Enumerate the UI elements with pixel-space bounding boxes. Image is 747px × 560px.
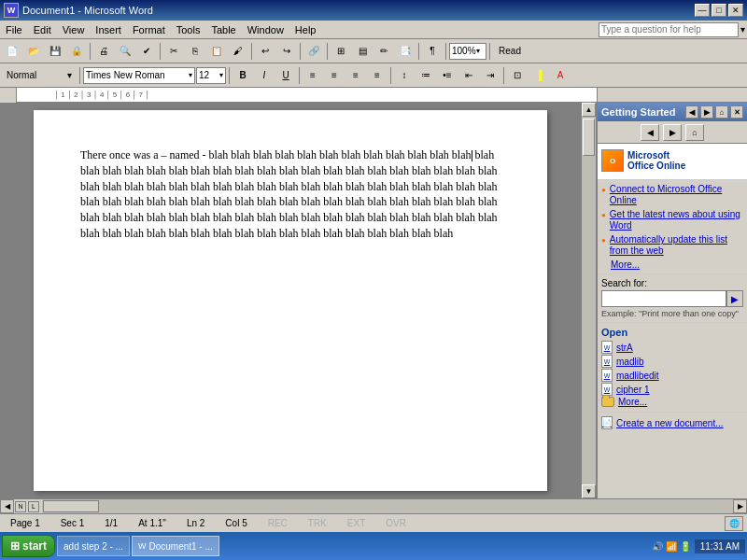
layout-view-btn[interactable]: L bbox=[28, 501, 39, 512]
right-panel: Getting Started ◀ ▶ ⌂ ✕ ◀ ▶ ⌂ O Microsof… bbox=[596, 103, 747, 498]
numbering-button[interactable]: ≔ bbox=[416, 65, 436, 86]
menu-tools[interactable]: Tools bbox=[171, 22, 206, 37]
spell-check-button[interactable]: ✔ bbox=[136, 41, 157, 62]
open-more-files[interactable]: More... bbox=[601, 397, 743, 407]
columns-button[interactable]: ▤ bbox=[352, 41, 373, 62]
minimize-button[interactable]: — bbox=[695, 4, 710, 17]
drawing-button[interactable]: ✏ bbox=[374, 41, 394, 62]
h-scroll-right[interactable]: ▶ bbox=[733, 499, 747, 513]
open-more-link[interactable]: More... bbox=[618, 397, 647, 407]
align-left-button[interactable]: ≡ bbox=[303, 65, 323, 86]
panel-forward-button[interactable]: ▶ bbox=[700, 105, 713, 119]
show-formatting-button[interactable]: ¶ bbox=[422, 41, 443, 62]
undo-button[interactable]: ↩ bbox=[255, 41, 275, 62]
panel-more-link[interactable]: More... bbox=[611, 259, 743, 270]
increase-indent-button[interactable]: ⇥ bbox=[480, 65, 500, 86]
open-file-name-2[interactable]: madlib bbox=[616, 357, 643, 367]
status-bar: Page 1 Sec 1 1/1 At 1.1" Ln 2 Col 5 REC … bbox=[0, 513, 747, 532]
menu-table[interactable]: Table bbox=[205, 22, 241, 37]
new-button[interactable]: 📄 bbox=[2, 41, 22, 62]
align-center-button[interactable]: ≡ bbox=[324, 65, 345, 86]
font-name-dropdown[interactable]: ▾ bbox=[189, 71, 192, 79]
open-button[interactable]: 📂 bbox=[23, 41, 44, 62]
outside-border-button[interactable]: ⊡ bbox=[507, 65, 528, 86]
panel-link-text-2[interactable]: Get the latest news about using Word bbox=[610, 209, 743, 231]
open-file-3[interactable]: W madlibedit bbox=[601, 369, 743, 382]
open-file-name-1[interactable]: strA bbox=[616, 343, 633, 353]
scroll-thumb[interactable] bbox=[583, 119, 595, 156]
panel-home-button[interactable]: ⌂ bbox=[715, 105, 728, 119]
panel-link-text-1[interactable]: Connect to Microsoft Office Online bbox=[610, 184, 743, 206]
zoom-dropdown[interactable]: ▾ bbox=[476, 47, 480, 55]
italic-button[interactable]: I bbox=[254, 65, 275, 86]
close-button[interactable]: ✕ bbox=[728, 4, 743, 17]
font-name-box[interactable]: Times New Roman ▾ bbox=[83, 67, 195, 84]
redo-button[interactable]: ↪ bbox=[276, 41, 297, 62]
menu-format[interactable]: Format bbox=[127, 22, 171, 37]
document-content[interactable]: There once was a – named - blah blah bla… bbox=[80, 147, 500, 242]
ask-question-arrow[interactable]: ▾ bbox=[739, 24, 747, 35]
open-file-name-4[interactable]: cipher 1 bbox=[616, 385, 650, 395]
print-button[interactable]: 🖨 bbox=[93, 41, 114, 62]
open-file-1[interactable]: W strA bbox=[601, 341, 743, 354]
doc-map-button[interactable]: 📑 bbox=[395, 41, 416, 62]
paste-button[interactable]: 📋 bbox=[206, 41, 227, 62]
permission-button[interactable]: 🔒 bbox=[66, 41, 87, 62]
ask-question-input[interactable] bbox=[599, 22, 739, 37]
menu-view[interactable]: View bbox=[57, 22, 91, 37]
print-preview-button[interactable]: 🔍 bbox=[115, 41, 135, 62]
bullets-button[interactable]: •≡ bbox=[437, 65, 458, 86]
styles-dropdown-btn[interactable]: Normal▾ bbox=[2, 65, 77, 86]
search-input[interactable] bbox=[601, 290, 726, 307]
taskbar-item-1[interactable]: add step 2 - ... bbox=[57, 536, 130, 556]
format-painter-button[interactable]: 🖌 bbox=[228, 41, 248, 62]
search-label: Search for: bbox=[601, 278, 743, 288]
panel-back-button[interactable]: ◀ bbox=[685, 105, 698, 119]
h-scroll-left[interactable]: ◀ bbox=[0, 499, 14, 513]
taskbar-item-2[interactable]: W Document1 - ... bbox=[132, 536, 219, 556]
scroll-up-arrow[interactable]: ▲ bbox=[582, 103, 596, 117]
panel-nav-back[interactable]: ◀ bbox=[641, 124, 659, 141]
panel-close-button[interactable]: ✕ bbox=[730, 105, 743, 119]
underline-button[interactable]: U bbox=[275, 65, 296, 86]
sep-f5 bbox=[503, 67, 504, 84]
office-online-banner: O Microsoft Office Online bbox=[598, 144, 747, 180]
open-file-name-3[interactable]: madlibedit bbox=[616, 371, 659, 381]
line-spacing-button[interactable]: ↕ bbox=[394, 65, 415, 86]
cut-button[interactable]: ✂ bbox=[163, 41, 184, 62]
formatting-toolbar: Normal▾ Times New Roman ▾ 12 ▾ B I U ≡ ≡… bbox=[0, 63, 747, 88]
maximize-button[interactable]: □ bbox=[712, 4, 726, 17]
font-color-button[interactable]: A bbox=[550, 65, 571, 86]
font-size-dropdown[interactable]: ▾ bbox=[219, 71, 223, 79]
bold-button[interactable]: B bbox=[233, 65, 253, 86]
justify-button[interactable]: ≡ bbox=[367, 65, 388, 86]
align-right-button[interactable]: ≡ bbox=[345, 65, 366, 86]
copy-button[interactable]: ⎘ bbox=[185, 41, 205, 62]
menu-window[interactable]: Window bbox=[242, 22, 289, 37]
panel-nav-home[interactable]: ⌂ bbox=[685, 124, 704, 141]
menu-edit[interactable]: Edit bbox=[28, 22, 57, 37]
menu-help[interactable]: Help bbox=[289, 22, 322, 37]
create-new-section[interactable]: 📄 Create a new document... bbox=[598, 412, 747, 433]
search-go-button[interactable]: ▶ bbox=[726, 290, 743, 307]
create-new-label[interactable]: Create a new document... bbox=[616, 418, 724, 428]
menu-insert[interactable]: Insert bbox=[90, 22, 127, 37]
read-button[interactable]: Read bbox=[493, 41, 527, 62]
highlight-button[interactable]: ▐ bbox=[529, 65, 549, 86]
panel-link-2: ● Get the latest news about using Word bbox=[601, 209, 743, 231]
panel-nav-forward[interactable]: ▶ bbox=[663, 124, 682, 141]
decrease-indent-button[interactable]: ⇤ bbox=[458, 65, 479, 86]
scroll-down-arrow[interactable]: ▼ bbox=[582, 484, 596, 498]
table-button[interactable]: ⊞ bbox=[331, 41, 351, 62]
panel-link-text-3[interactable]: Automatically update this list from the … bbox=[610, 234, 743, 257]
save-button[interactable]: 💾 bbox=[45, 41, 65, 62]
h-scroll-thumb[interactable] bbox=[43, 500, 99, 512]
hyperlink-button[interactable]: 🔗 bbox=[303, 41, 324, 62]
open-file-4[interactable]: W cipher 1 bbox=[601, 383, 743, 396]
open-file-2[interactable]: W madlib bbox=[601, 355, 743, 368]
menu-file[interactable]: File bbox=[0, 22, 28, 37]
font-size-box[interactable]: 12 ▾ bbox=[196, 67, 226, 84]
start-button[interactable]: ⊞ start bbox=[2, 535, 55, 557]
vertical-scrollbar[interactable]: ▲ ▼ bbox=[581, 103, 596, 498]
normal-view-btn[interactable]: N bbox=[15, 501, 26, 512]
